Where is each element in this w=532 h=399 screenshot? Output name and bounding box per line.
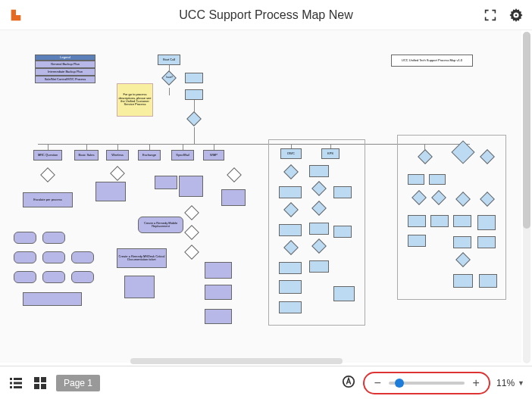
fullscreen-icon[interactable] (483, 8, 497, 22)
flowchart-diagram: Legend General Backup Plan Intermediate … (0, 30, 521, 363)
process-node (14, 251, 36, 263)
category-node: Sync/Mail (171, 150, 194, 161)
svg-rect-6 (34, 377, 39, 382)
document-title: UCC Support Process Map New (179, 8, 352, 22)
process-node (155, 176, 177, 189)
zoom-slider-thumb[interactable] (395, 379, 404, 388)
decision-node (184, 225, 199, 240)
footer: Page 1 − + 11% ▼ (0, 366, 532, 399)
process-node (185, 73, 203, 83)
process-node (42, 232, 65, 244)
svg-rect-1 (14, 378, 22, 380)
process-node: Create a Remedy Mobile Replacement (138, 217, 183, 233)
gear-icon[interactable] (509, 8, 523, 22)
horizontal-scrollbar[interactable] (130, 358, 343, 364)
process-node (185, 89, 203, 100)
process-node (23, 292, 82, 306)
decision-node (110, 166, 125, 181)
process-node (42, 251, 65, 263)
autozoom-icon[interactable] (342, 375, 355, 391)
decision-node (227, 167, 242, 182)
process-node (124, 276, 155, 298)
svg-rect-2 (10, 382, 12, 384)
process-node (179, 176, 203, 197)
process-node (205, 262, 232, 279)
zoom-controls: − + (363, 372, 490, 394)
group-frame (397, 135, 506, 300)
process-node: Create a Remedy MSDesk Critical Document… (117, 248, 167, 268)
decision-node (184, 245, 199, 260)
zoom-in-button[interactable]: + (471, 376, 481, 390)
svg-rect-3 (14, 382, 22, 384)
vertical-scrollbar-thumb[interactable] (523, 32, 530, 229)
process-node (71, 271, 94, 283)
category-node: MRC Question (33, 150, 62, 161)
zoom-slider[interactable] (389, 382, 465, 385)
svg-rect-9 (41, 384, 46, 389)
svg-rect-8 (34, 384, 39, 389)
header: UCC Support Process Map New (0, 0, 532, 30)
page-tab[interactable]: Page 1 (56, 375, 100, 391)
logo-icon (9, 8, 23, 22)
process-node (205, 285, 232, 300)
diagram-canvas[interactable]: Legend General Backup Plan Intermediate … (0, 30, 521, 363)
start-node: Start Call (158, 55, 180, 65)
category-node: Exchange (138, 150, 161, 161)
decision-node (40, 167, 55, 182)
category-node: Basic Sales (74, 150, 99, 161)
category-node: Wireless (106, 150, 129, 161)
svg-rect-5 (14, 386, 22, 388)
grid-view-icon[interactable] (32, 375, 49, 391)
doc-info-box: UCC Unified Tech Support Process Map v1.… (391, 55, 473, 67)
group-frame (268, 139, 365, 326)
legend-item: Sale/Net Control/SOC Process (35, 76, 95, 83)
process-node (14, 271, 36, 283)
zoom-value: 11% (496, 378, 515, 388)
legend-item: Intermediate Backup Plan (35, 68, 95, 76)
process-node (14, 232, 36, 244)
category-node: WMP (203, 150, 224, 161)
svg-rect-0 (10, 378, 12, 380)
legend-item: General Backup Plan (35, 61, 95, 68)
svg-rect-4 (10, 386, 12, 388)
decision-node: Issue? (161, 70, 177, 86)
process-node (71, 251, 94, 263)
decision-node (186, 111, 202, 126)
vertical-scrollbar[interactable] (523, 32, 530, 363)
process-node (205, 309, 232, 324)
process-node (42, 271, 65, 283)
process-node: Escalate per process (23, 192, 73, 207)
sticky-note: For go to process descriptions, please s… (117, 83, 153, 117)
decision-node (184, 205, 199, 220)
zoom-dropdown-icon[interactable]: ▼ (518, 379, 524, 387)
zoom-out-button[interactable]: − (372, 376, 383, 390)
list-view-icon[interactable] (8, 375, 24, 391)
legend-title: Legend (35, 55, 95, 61)
process-node (95, 182, 126, 201)
process-node (221, 189, 246, 206)
svg-rect-7 (41, 377, 46, 382)
